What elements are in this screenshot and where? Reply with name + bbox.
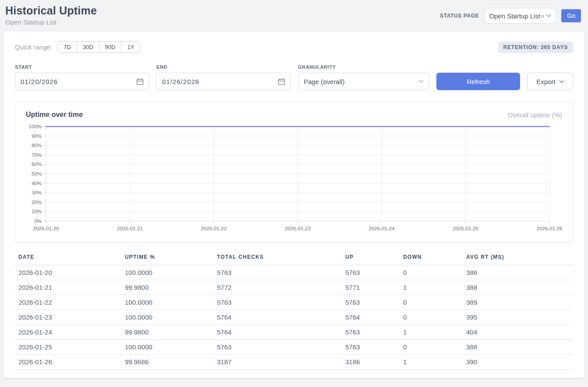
x-axis-tick-label: 2026-01-20 — [33, 226, 59, 231]
close-icon[interactable]: × — [541, 12, 545, 20]
title-block: Historical Uptime Open Startup List — [5, 4, 97, 26]
y-axis-tick-label: 10% — [32, 209, 42, 214]
y-axis-tick-label: 60% — [32, 162, 42, 167]
x-axis-tick-label: 2026-01-23 — [285, 226, 311, 231]
table-cell: 0 — [400, 265, 463, 280]
table-cell: 395 — [463, 310, 573, 325]
quick-range-group: 7D 30D 90D 1Y — [57, 41, 140, 53]
start-label: START — [15, 64, 149, 70]
export-label: Export — [536, 78, 555, 85]
table-cell: 388 — [463, 280, 573, 295]
table-cell: 3187 — [213, 355, 342, 369]
chevron-down-icon — [546, 14, 551, 18]
table-row: 2026-01-25100.0000576357630388 — [15, 340, 573, 355]
table-cell: 5763 — [342, 265, 400, 280]
granularity-select[interactable]: Page (overall) — [298, 73, 429, 90]
x-axis-tick-label: 2026-01-24 — [369, 226, 395, 231]
table-cell: 1 — [400, 325, 463, 340]
quick-range-label: Quick range: — [15, 43, 52, 51]
y-axis-tick-label: 30% — [32, 190, 42, 195]
table-cell: 390 — [463, 355, 573, 369]
table-cell: 5764 — [213, 310, 342, 325]
y-axis-tick-label: 50% — [32, 171, 42, 176]
quick-range-row: Quick range: 7D 30D 90D 1Y RETENTION: 36… — [15, 41, 573, 53]
table-cell: 5763 — [342, 325, 400, 340]
y-axis-tick-label: 70% — [32, 152, 42, 158]
table-cell: 5772 — [213, 280, 342, 295]
table-cell: 100.0000 — [121, 265, 213, 280]
table-row: 2026-01-22100.0000576357630389 — [15, 295, 573, 310]
table-header-row: DATEUPTIME %TOTAL CHECKSUPDOWNAVG RT (MS… — [15, 251, 573, 265]
end-date-field: END 01/26/2026 — [156, 64, 291, 90]
table-cell: 2026-01-23 — [15, 310, 121, 325]
status-page-value: Open Startup List — [489, 12, 540, 20]
table-cell: 5764 — [342, 310, 400, 325]
chart-header: Uptime over time Overall uptime (%) — [26, 111, 562, 119]
start-date-input[interactable]: 01/20/2026 — [15, 73, 149, 90]
table-cell: 5763 — [342, 340, 400, 355]
quick-range-1y-button[interactable]: 1Y — [121, 41, 140, 53]
table-header-cell: UPTIME % — [121, 251, 213, 265]
y-axis-tick-label: 100% — [29, 124, 42, 129]
table-cell: 2026-01-25 — [15, 340, 121, 355]
calendar-icon[interactable] — [278, 78, 285, 85]
table-cell: 5763 — [213, 295, 342, 310]
y-axis-tick-label: 0% — [34, 218, 42, 224]
table-row: 2026-01-2699.9686318731861390 — [15, 355, 573, 369]
table-cell: 1 — [400, 280, 463, 295]
chart-legend: Overall uptime (%) — [508, 111, 562, 119]
table-row: 2026-01-23100.0000576457640395 — [15, 310, 573, 325]
x-axis-tick-label: 2026-01-25 — [453, 226, 478, 231]
x-axis-tick-label: 2026-01-26 — [537, 226, 563, 231]
table-cell: 389 — [463, 295, 573, 310]
table-cell: 2026-01-20 — [15, 265, 121, 280]
table-cell: 0 — [400, 310, 463, 325]
y-axis-tick-label: 80% — [32, 143, 42, 148]
table-cell: 0 — [400, 295, 463, 310]
x-axis-tick-label: 2026-01-22 — [201, 226, 227, 231]
end-date-input[interactable]: 01/26/2026 — [156, 73, 291, 90]
top-bar: Historical Uptime Open Startup List STAT… — [0, 0, 588, 32]
granularity-value: Page (overall) — [304, 78, 344, 85]
calendar-icon[interactable] — [136, 78, 144, 85]
table-cell: 1 — [400, 355, 463, 369]
table-cell: 2026-01-26 — [15, 355, 121, 369]
refresh-button[interactable]: Refresh — [436, 73, 520, 90]
quick-range-7d-button[interactable]: 7D — [57, 41, 77, 53]
table-cell: 99.9800 — [121, 325, 213, 340]
table-cell: 2026-01-22 — [15, 295, 121, 310]
table-cell: 2026-01-24 — [15, 325, 121, 340]
x-axis-tick-label: 2026-01-21 — [117, 226, 143, 231]
table-cell: 0 — [400, 340, 463, 355]
table-cell: 5771 — [342, 280, 400, 295]
status-page-label: STATUS PAGE — [440, 13, 479, 19]
status-page-select[interactable]: Open Startup List × — [484, 8, 556, 24]
table-cell: 5763 — [213, 340, 342, 355]
table-cell: 386 — [463, 265, 573, 280]
uptime-chart-svg: 0%10%20%30%40%50%60%70%80%90%100%2026-01… — [26, 123, 563, 236]
export-button[interactable]: Export — [527, 73, 573, 90]
table-cell: 404 — [463, 325, 573, 340]
table-cell: 5763 — [213, 265, 342, 280]
status-page-controls: STATUS PAGE Open Startup List × Go — [440, 8, 581, 24]
y-axis-tick-label: 20% — [32, 200, 42, 205]
table-row: 2026-01-2499.9800576457631404 — [15, 325, 573, 340]
table-header-cell: TOTAL CHECKS — [213, 251, 342, 265]
end-date-value: 01/26/2026 — [162, 78, 199, 85]
chart-title: Uptime over time — [26, 111, 83, 119]
table-cell: 5763 — [342, 295, 400, 310]
retention-badge: RETENTION: 365 DAYS — [498, 42, 573, 53]
quick-range-90d-button[interactable]: 90D — [99, 41, 122, 53]
table-row: 2026-01-20100.0000576357630386 — [15, 265, 573, 280]
y-axis-tick-label: 40% — [32, 181, 42, 186]
table-row: 2026-01-2199.9800577257711388 — [15, 280, 573, 295]
table-cell: 100.0000 — [121, 295, 213, 310]
go-button[interactable]: Go — [561, 9, 581, 22]
table-cell: 100.0000 — [121, 310, 213, 325]
table-cell: 2026-01-21 — [15, 280, 121, 295]
end-label: END — [156, 64, 291, 70]
quick-range-30d-button[interactable]: 30D — [77, 41, 99, 53]
chart-card: Uptime over time Overall uptime (%) 0%10… — [15, 102, 573, 243]
table-cell: 100.0000 — [121, 340, 213, 355]
table-header-cell: AVG RT (MS) — [463, 251, 573, 265]
